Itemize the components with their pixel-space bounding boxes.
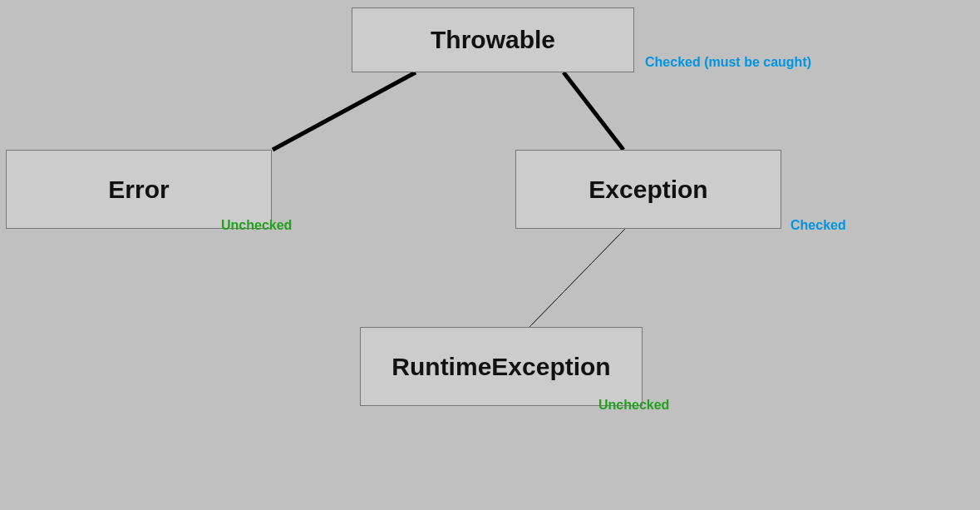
node-error: Error <box>6 150 272 229</box>
node-error-label: Error <box>108 176 169 204</box>
node-throwable-label: Throwable <box>431 26 555 54</box>
annotation-runtimeexception: Unchecked <box>598 398 669 413</box>
connectors-layer <box>0 0 980 510</box>
edge-throwable-exception <box>564 72 623 150</box>
node-exception: Exception <box>515 150 781 229</box>
node-runtimeexception-label: RuntimeException <box>392 353 610 381</box>
node-throwable: Throwable <box>352 7 634 72</box>
node-exception-label: Exception <box>588 176 707 204</box>
node-runtimeexception: RuntimeException <box>360 327 643 406</box>
annotation-error: Unchecked <box>221 218 292 233</box>
annotation-exception: Checked <box>790 218 846 233</box>
edge-throwable-error <box>273 72 416 150</box>
edge-exception-runtimeexception <box>529 229 625 327</box>
annotation-throwable: Checked (must be caught) <box>645 55 811 70</box>
